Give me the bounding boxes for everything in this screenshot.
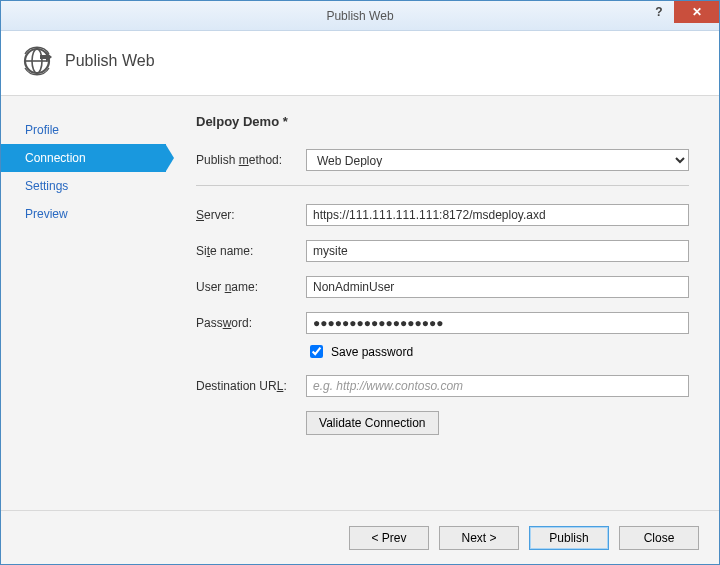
- user-name-input[interactable]: [306, 276, 689, 298]
- profile-heading: Delpoy Demo *: [196, 114, 689, 129]
- dialog-body: Profile Connection Settings Preview Delp…: [1, 96, 719, 510]
- password-input[interactable]: [306, 312, 689, 334]
- server-label: Server:: [196, 208, 306, 222]
- next-button[interactable]: Next >: [439, 526, 519, 550]
- close-button[interactable]: Close: [619, 526, 699, 550]
- server-input[interactable]: [306, 204, 689, 226]
- titlebar: Publish Web ? ✕: [1, 1, 719, 31]
- publish-web-dialog: Publish Web ? ✕ Publish Web Profile Conn…: [0, 0, 720, 565]
- sidebar-item-preview[interactable]: Preview: [1, 200, 166, 228]
- sidebar-item-profile[interactable]: Profile: [1, 116, 166, 144]
- site-name-input[interactable]: [306, 240, 689, 262]
- globe-arrow-icon: [21, 45, 53, 77]
- validate-connection-button[interactable]: Validate Connection: [306, 411, 439, 435]
- prev-button[interactable]: < Prev: [349, 526, 429, 550]
- publish-method-label: Publish method:: [196, 153, 306, 167]
- site-name-label: Site name:: [196, 244, 306, 258]
- sidebar-item-connection[interactable]: Connection: [1, 144, 166, 172]
- user-name-label: User name:: [196, 280, 306, 294]
- sidebar-item-settings[interactable]: Settings: [1, 172, 166, 200]
- close-window-button[interactable]: ✕: [674, 1, 719, 23]
- destination-url-input[interactable]: [306, 375, 689, 397]
- dialog-footer: < Prev Next > Publish Close: [1, 510, 719, 564]
- publish-button[interactable]: Publish: [529, 526, 609, 550]
- dialog-header: Publish Web: [1, 31, 719, 96]
- main-panel: Delpoy Demo * Publish method: Web Deploy…: [166, 106, 719, 510]
- destination-url-label: Destination URL:: [196, 379, 306, 393]
- wizard-sidebar: Profile Connection Settings Preview: [1, 106, 166, 510]
- section-divider: [196, 185, 689, 186]
- save-password-checkbox[interactable]: [310, 345, 323, 358]
- publish-method-select[interactable]: Web Deploy: [306, 149, 689, 171]
- window-title: Publish Web: [1, 9, 719, 23]
- save-password-label[interactable]: Save password: [331, 345, 413, 359]
- help-button[interactable]: ?: [644, 1, 674, 23]
- password-label: Password:: [196, 316, 306, 330]
- dialog-title: Publish Web: [65, 52, 155, 70]
- titlebar-buttons: ? ✕: [644, 1, 719, 23]
